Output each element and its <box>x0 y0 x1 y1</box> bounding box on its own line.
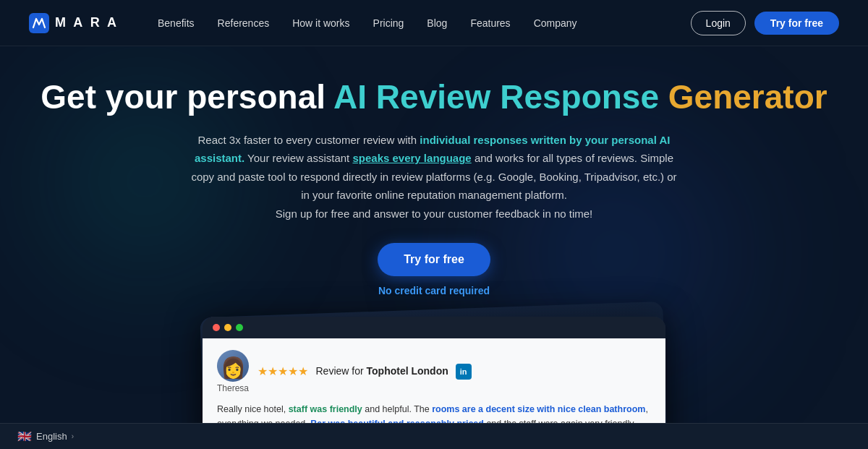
traffic-light-green <box>236 324 243 331</box>
nav-links: Benefits References How it works Pricing… <box>148 12 691 35</box>
language-label: English <box>36 431 67 442</box>
reviewer-avatar: 👩 <box>217 350 249 382</box>
linkedin-icon: in <box>456 364 472 380</box>
hero-subtitle-highlight2: speaks every language <box>352 152 471 164</box>
traffic-light-red <box>213 324 220 331</box>
logo-text: M A R A <box>55 15 119 30</box>
review-title-text: Review for Tophotel London <box>315 366 451 377</box>
language-selector[interactable]: 🇬🇧 English › <box>12 427 80 446</box>
nav-item-pricing[interactable]: Pricing <box>363 12 414 35</box>
review-stars: ★★★★★ <box>258 365 308 377</box>
review-meta: ★★★★★ Review for Tophotel London in <box>258 364 651 380</box>
logo-icon <box>29 13 49 33</box>
review-hl-1: staff was friendly <box>289 404 362 414</box>
try-free-button-hero[interactable]: Try for free <box>378 243 490 276</box>
hero-title-prefix: Get your personal <box>41 78 333 116</box>
no-cc-label: No credit card required <box>378 285 490 296</box>
review-title-prefix: Review for <box>315 366 366 377</box>
try-free-button-nav[interactable]: Try for free <box>754 12 839 35</box>
nav-item-blog[interactable]: Blog <box>417 12 457 35</box>
nav-actions: Login Try for free <box>691 11 839 35</box>
traffic-light-yellow <box>224 324 231 331</box>
demo-titlebar <box>203 317 665 338</box>
nav-item-how-it-works[interactable]: How it works <box>282 12 359 35</box>
logo-link[interactable]: M A R A <box>29 13 119 33</box>
hero-title-ai: AI Review Response <box>333 78 659 116</box>
hero-section: Get your personal AI Review Response Gen… <box>0 46 868 296</box>
review-hotel-name: Tophotel London <box>367 366 448 377</box>
nav-item-benefits[interactable]: Benefits <box>148 12 205 35</box>
language-bar: 🇬🇧 English › <box>0 423 868 449</box>
hero-title-generator: Generator <box>659 78 827 116</box>
nav-item-company[interactable]: Company <box>524 12 587 35</box>
chevron-right-icon: › <box>72 432 74 440</box>
flag-icon: 🇬🇧 <box>17 429 32 443</box>
avatar-face: 👩 <box>221 356 246 380</box>
review-header: 👩 Theresa ★★★★★ Review for Tophotel Lond… <box>217 350 651 393</box>
hero-cta: Try for free No credit card required <box>29 243 839 296</box>
hero-title: Get your personal AI Review Response Gen… <box>29 78 839 116</box>
review-text-2: and helpful. The <box>362 404 432 414</box>
review-hl-2: rooms are a decent size with nice clean … <box>432 404 645 414</box>
nav-item-references[interactable]: References <box>208 12 280 35</box>
review-title-row: ★★★★★ Review for Tophotel London in <box>258 364 651 380</box>
navbar: M A R A Benefits References How it works… <box>0 0 868 46</box>
hero-subtitle: React 3x faster to every customer review… <box>188 131 680 223</box>
review-text-1: Really nice hotel, <box>217 404 289 414</box>
login-button[interactable]: Login <box>691 11 746 35</box>
reviewer-name: Theresa <box>217 383 249 393</box>
nav-item-features[interactable]: Features <box>460 12 520 35</box>
